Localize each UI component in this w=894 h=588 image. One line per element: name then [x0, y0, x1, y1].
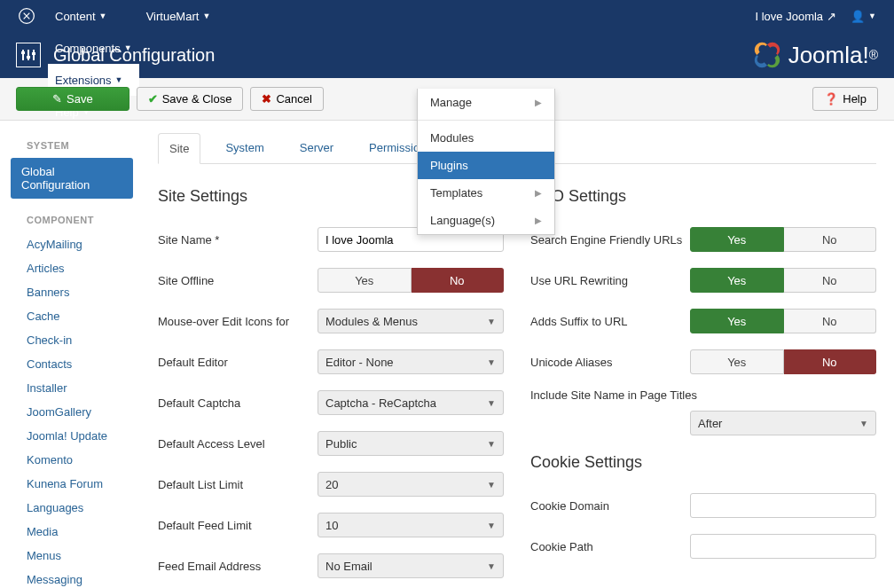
select-dropdown[interactable]: Captcha - ReCaptcha▼	[318, 390, 504, 415]
yes-no-toggle: YesNo	[318, 268, 504, 293]
toggle-no[interactable]: No	[784, 227, 877, 252]
nav-joomla-icon[interactable]	[11, 0, 48, 32]
sidebar-heading-system: SYSTEM	[27, 140, 140, 151]
text-input[interactable]	[690, 534, 876, 559]
sidebar-item-banners[interactable]: Banners	[11, 280, 140, 304]
cancel-button[interactable]: ✖Cancel	[250, 87, 323, 111]
field-label: Use URL Rewriting	[530, 274, 690, 287]
sidebar-item-cache[interactable]: Cache	[11, 304, 140, 328]
sidebar-heading-component: COMPONENT	[27, 215, 140, 225]
field-label: Default Captcha	[158, 396, 318, 410]
help-icon: ❓	[824, 92, 838, 106]
nav-user-menu[interactable]: 👤 ▼	[843, 0, 883, 32]
field-search-engine-friendly-urls: Search Engine Friendly URLsYesNo	[530, 225, 876, 254]
field-label: Default Editor	[158, 356, 318, 369]
field-cookie-path: Cookie Path	[530, 532, 876, 561]
save-close-button[interactable]: ✔Save & Close	[137, 87, 244, 111]
select-dropdown[interactable]: After▼	[690, 411, 876, 435]
field-label: Unicode Aliases	[530, 356, 690, 369]
select-dropdown[interactable]: Editor - None▼	[318, 349, 504, 374]
toggle-yes[interactable]: Yes	[690, 227, 784, 252]
dropdown-item-templates[interactable]: Templates▶	[418, 179, 554, 207]
sidebar-item-joomla-update[interactable]: Joomla! Update	[11, 424, 140, 448]
joomla-brand: Joomla!®	[749, 37, 878, 73]
toggle-yes[interactable]: Yes	[318, 268, 412, 293]
site-settings-column: Site Settings Site Name *Site OfflineYes…	[158, 175, 504, 588]
field-use-url-rewriting: Use URL RewritingYesNo	[530, 266, 876, 294]
extensions-dropdown: Manage▶ModulesPluginsTemplates▶Language(…	[417, 89, 555, 235]
save-button[interactable]: ✎Save	[16, 87, 129, 111]
dropdown-item-manage[interactable]: Manage▶	[418, 89, 554, 116]
cancel-icon: ✖	[262, 92, 271, 106]
field-label: Cookie Path	[530, 540, 690, 553]
field-mouse-over-edit-icons-for: Mouse-over Edit Icons forModules & Menus…	[158, 307, 504, 335]
chevron-down-icon: ▼	[487, 561, 496, 571]
sidebar-item-messaging[interactable]: Messaging	[11, 568, 140, 588]
select-dropdown[interactable]: No Email▼	[318, 553, 504, 578]
svg-rect-1	[22, 50, 24, 60]
sidebar-item-komento[interactable]: Komento	[11, 448, 140, 472]
sidebar-item-languages[interactable]: Languages	[11, 496, 140, 520]
top-navbar: System ▼Users ▼Menus ▼Content ▼Component…	[0, 0, 894, 32]
sidebar: SYSTEM GlobalConfiguration COMPONENT Acy…	[0, 121, 140, 588]
field-label: Feed Email Address	[158, 560, 318, 573]
toggle-yes[interactable]: Yes	[690, 349, 784, 374]
field-feed-email-address: Feed Email AddressNo Email▼	[158, 552, 504, 580]
field-label: Default Access Level	[158, 437, 318, 451]
svg-rect-2	[27, 50, 29, 60]
dropdown-item-plugins[interactable]: Plugins	[418, 152, 554, 179]
sidebar-item-menus[interactable]: Menus	[11, 544, 140, 568]
dropdown-item-modules[interactable]: Modules	[418, 124, 554, 152]
toggle-yes[interactable]: Yes	[690, 309, 784, 333]
select-dropdown[interactable]: 20▼	[318, 472, 504, 497]
yes-no-toggle: YesNo	[690, 309, 876, 333]
chevron-down-icon: ▼	[859, 419, 868, 428]
apply-icon: ✎	[52, 92, 62, 106]
user-icon: 👤	[851, 10, 865, 23]
sidebar-item-check-in[interactable]: Check-in	[11, 328, 140, 352]
field-unicode-aliases: Unicode AliasesYesNo	[530, 348, 876, 376]
sidebar-item-global-configuration[interactable]: GlobalConfiguration	[11, 158, 133, 199]
field-include-site-name-in-page-titles: Include Site Name in Page TitlesAfter▼	[530, 388, 876, 435]
yes-no-toggle: YesNo	[690, 227, 876, 252]
check-icon: ✔	[148, 92, 158, 106]
select-dropdown[interactable]: Public▼	[318, 431, 504, 456]
nav-user-site[interactable]: I love Joomla ↗	[748, 0, 843, 32]
tab-server[interactable]: Server	[289, 133, 344, 163]
sidebar-item-articles[interactable]: Articles	[11, 256, 140, 280]
select-dropdown[interactable]: 10▼	[318, 513, 504, 537]
sidebar-item-media[interactable]: Media	[11, 520, 140, 544]
seo-cookie-column: SEO Settings Search Engine Friendly URLs…	[530, 175, 876, 588]
help-button[interactable]: ❓Help	[812, 87, 878, 111]
cookie-settings-heading: Cookie Settings	[530, 453, 876, 472]
sidebar-item-joomgallery[interactable]: JoomGallery	[11, 400, 140, 424]
sidebar-item-kunena-forum[interactable]: Kunena Forum	[11, 472, 140, 496]
toggle-no[interactable]: No	[784, 268, 877, 293]
toggle-yes[interactable]: Yes	[690, 268, 784, 293]
sidebar-item-installer[interactable]: Installer	[11, 376, 140, 400]
toggle-no[interactable]: No	[412, 268, 505, 293]
joomla-logo-icon	[749, 37, 785, 73]
field-label: Cookie Domain	[530, 499, 690, 513]
field-label: Site Offline	[158, 274, 318, 287]
external-link-icon: ↗	[827, 10, 836, 23]
field-default-captcha: Default CaptchaCaptcha - ReCaptcha▼	[158, 388, 504, 417]
nav-content[interactable]: Content ▼	[48, 0, 139, 32]
field-label: Default Feed Limit	[158, 519, 318, 532]
chevron-down-icon: ▼	[487, 439, 496, 449]
field-adds-suffix-to-url: Adds Suffix to URLYesNo	[530, 307, 876, 335]
tab-system[interactable]: System	[215, 133, 274, 163]
sidebar-item-contacts[interactable]: Contacts	[11, 352, 140, 376]
nav-virtuemart[interactable]: VirtueMart ▼	[139, 0, 218, 32]
select-dropdown[interactable]: Modules & Menus▼	[318, 309, 504, 333]
sidebar-item-acymailing[interactable]: AcyMailing	[11, 232, 140, 256]
toggle-no[interactable]: No	[784, 309, 877, 333]
main-content: Manage▶ModulesPluginsTemplates▶Language(…	[140, 121, 894, 588]
toggle-no[interactable]: No	[784, 349, 877, 374]
dropdown-item-language-s-[interactable]: Language(s)▶	[418, 207, 554, 234]
config-icon	[16, 43, 41, 67]
field-default-editor: Default EditorEditor - None▼	[158, 348, 504, 376]
tab-site[interactable]: Site	[158, 133, 200, 164]
chevron-down-icon: ▼	[487, 480, 496, 490]
text-input[interactable]	[690, 493, 876, 518]
